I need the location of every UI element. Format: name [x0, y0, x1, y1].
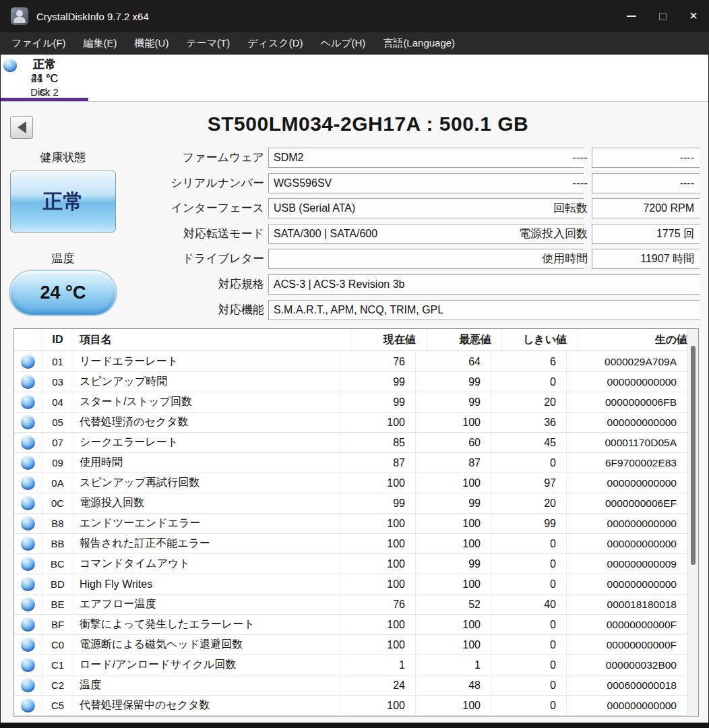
row-status-cell: [14, 453, 42, 473]
table-row[interactable]: C5 代替処理保留中のセクタ数 100 100 0 000000000000: [14, 696, 687, 716]
status-orb-icon: [21, 395, 35, 409]
table-row[interactable]: 04 スタート/ストップ回数 99 99 20 0000000006FB: [14, 392, 687, 413]
table-row[interactable]: BB 報告された訂正不能エラー 100 100 0 000000000000: [14, 534, 687, 554]
header-current: 現在値: [351, 329, 427, 351]
table-row[interactable]: BE エアフロー温度 76 52 40 000018180018: [14, 595, 687, 615]
window-bottom-edge: [0, 723, 709, 728]
app-icon: [11, 7, 28, 25]
attribute-current: 100: [340, 473, 416, 493]
disk-tab[interactable]: 正常 24 °C Disk 2: [1, 56, 88, 101]
stat-field-label: 回転数: [1, 198, 592, 218]
attribute-raw: 0000000006EF: [567, 493, 687, 513]
table-row[interactable]: 07 シークエラーレート 85 60 45 00001170D05A: [14, 433, 687, 453]
table-row[interactable]: 09 使用時間 87 87 0 6F9700002E83: [14, 453, 687, 473]
smart-attribute-table: ID 項目名 現在値 最悪値 しきい値 生の値 01 リードエラーレート 76 …: [13, 328, 699, 717]
table-row[interactable]: C1 ロード/アンロードサイクル回数 1 1 0 000000032B00: [14, 655, 687, 675]
row-status-cell: [14, 574, 42, 594]
attribute-threshold: 40: [491, 595, 567, 614]
attribute-current: 100: [340, 696, 416, 715]
close-button[interactable]: ✕: [678, 0, 709, 32]
table-row[interactable]: BC コマンドタイムアウト 100 99 0 000000000009: [14, 554, 687, 574]
table-row[interactable]: 01 リードエラーレート 76 64 6 0000029A709A: [14, 352, 687, 372]
attribute-threshold: 0: [491, 696, 567, 715]
attribute-raw: 000000000000: [567, 534, 687, 553]
header-worst: 最悪値: [427, 329, 502, 351]
menu-item[interactable]: ディスク(D): [239, 32, 311, 55]
menu-item[interactable]: 編集(E): [75, 32, 126, 55]
disk-name: Disk 2: [1, 86, 88, 99]
attribute-id: 0C: [42, 493, 73, 513]
table-row[interactable]: 03 スピンアップ時間 99 99 0 000000000000: [14, 372, 687, 392]
status-orb-icon: [21, 537, 35, 551]
status-orb-icon: [21, 638, 35, 652]
menu-item[interactable]: 言語(Language): [374, 32, 464, 55]
maximize-button[interactable]: [647, 0, 678, 32]
attribute-worst: 60: [416, 433, 491, 452]
titlebar: CrystalDiskInfo 9.7.2 x64 ✕: [0, 0, 709, 32]
attribute-worst: 1: [416, 655, 491, 675]
menu-item[interactable]: ヘルプ(H): [311, 32, 374, 55]
attribute-worst: 99: [416, 554, 491, 574]
attribute-current: 87: [340, 453, 416, 473]
table-row[interactable]: 0A スピンアップ再試行回数 100 100 97 000000000000: [14, 473, 687, 493]
attribute-name: 報告された訂正不能エラー: [73, 534, 340, 553]
attribute-current: 76: [340, 352, 416, 371]
table-row[interactable]: 0C 電源投入回数 99 99 20 0000000006EF: [14, 493, 687, 514]
drive-stats-fields: ---- ---- ---- ---- 回転数 7200 RPM 電源投入回数 …: [1, 148, 700, 274]
table-row[interactable]: C0 電源断による磁気ヘッド退避回数 100 100 0 00000000000…: [14, 635, 687, 655]
table-row[interactable]: 05 代替処理済のセクタ数 100 100 36 000000000000: [14, 413, 687, 433]
attribute-worst: 100: [416, 635, 491, 655]
menu-item[interactable]: テーマ(T): [177, 32, 239, 55]
table-header: ID 項目名 現在値 最悪値 しきい値 生の値: [14, 329, 698, 351]
table-scrollbar[interactable]: [687, 329, 698, 716]
table-row[interactable]: B8 エンドツーエンドエラー 100 100 99 000000000000: [14, 514, 687, 534]
disk-status-orb-icon: [3, 59, 17, 72]
attribute-id: 03: [42, 372, 73, 392]
attribute-raw: 000000000000: [567, 696, 687, 715]
scrollbar-thumb[interactable]: [691, 346, 696, 565]
row-status-cell: [14, 635, 42, 655]
table-row[interactable]: BD High Fly Writes 100 100 0 00000000000…: [14, 574, 687, 595]
app-window: CrystalDiskInfo 9.7.2 x64 ✕ ファイル(F) 編集(E…: [0, 0, 709, 728]
attribute-id: 05: [42, 413, 73, 432]
attribute-name: 衝撃によって発生したエラーレート: [73, 615, 340, 634]
status-orb-icon: [21, 577, 35, 591]
table-row[interactable]: C2 温度 24 48 0 000600000018: [14, 675, 687, 696]
header-threshold: しきい値: [502, 329, 578, 351]
stat-field-value: 11907 時間: [592, 249, 700, 269]
status-orb-icon: [21, 516, 35, 530]
attribute-raw: 00000000000F: [567, 635, 687, 655]
table-row[interactable]: BF 衝撃によって発生したエラーレート 100 100 0 0000000000…: [14, 615, 687, 635]
close-icon: ✕: [689, 11, 698, 22]
header-name: 項目名: [73, 329, 351, 351]
attribute-raw: 00000000000F: [567, 615, 687, 634]
attribute-threshold: 0: [491, 655, 567, 675]
attribute-current: 100: [340, 615, 416, 634]
attribute-worst: 100: [416, 413, 491, 432]
minimize-button[interactable]: [616, 0, 647, 32]
row-status-cell: [14, 352, 42, 371]
attribute-raw: 0000000006FB: [567, 392, 687, 412]
stat-field-row: ---- ----: [1, 173, 700, 193]
attribute-name: エアフロー温度: [73, 595, 340, 614]
attribute-threshold: 20: [491, 493, 567, 513]
status-orb-icon: [21, 476, 35, 490]
row-status-cell: [14, 473, 42, 493]
attribute-name: High Fly Writes: [73, 574, 340, 594]
attribute-raw: 000600000018: [567, 675, 687, 695]
attribute-raw: 6F9700002E83: [567, 453, 687, 473]
menu-item[interactable]: ファイル(F): [3, 32, 75, 55]
row-status-cell: [14, 554, 42, 574]
disk-temp: 24 °C: [1, 71, 88, 86]
attribute-name: 代替処理保留中のセクタ数: [73, 696, 340, 715]
attribute-threshold: 20: [491, 392, 567, 412]
attribute-current: 99: [340, 392, 416, 412]
back-button[interactable]: [10, 116, 33, 139]
attribute-raw: 000000000009: [567, 554, 687, 574]
attribute-name: 電源断による磁気ヘッド退避回数: [73, 635, 340, 655]
attribute-name: 温度: [73, 675, 340, 695]
attribute-worst: 99: [416, 372, 491, 392]
info-field-row: 対応機能 S.M.A.R.T., APM, NCQ, TRIM, GPL: [1, 300, 700, 320]
attribute-id: C1: [42, 655, 73, 675]
menu-item[interactable]: 機能(U): [126, 32, 178, 55]
